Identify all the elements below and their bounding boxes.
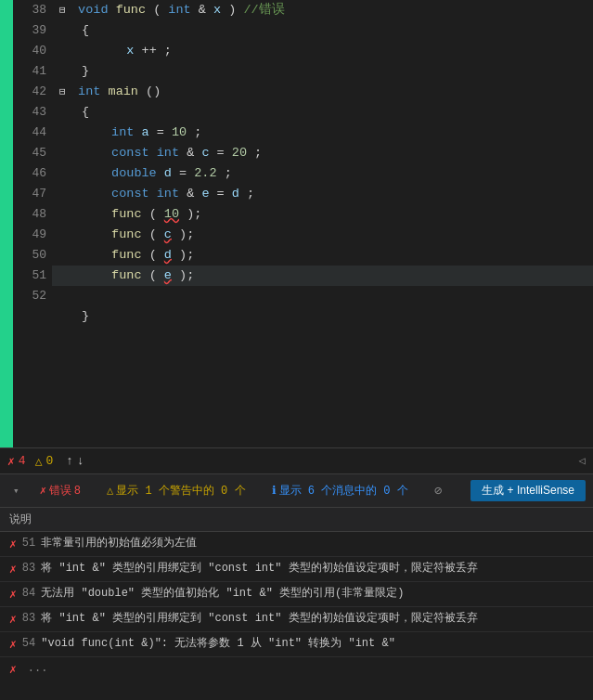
error-tab-label: 错误 xyxy=(49,483,71,499)
code-line-46: double d = 2.2 ; xyxy=(52,163,593,184)
error-item-1[interactable]: ✗ 51 非常量引用的初始值必须为左值 xyxy=(0,532,593,557)
code-line-39: { xyxy=(52,20,593,41)
panel-dropdown[interactable]: ▾ xyxy=(7,481,25,500)
error-item-3[interactable]: ✗ 84 无法用 "double" 类型的值初始化 "int &" 类型的引用(… xyxy=(0,582,593,607)
warn-tab-icon: △ xyxy=(107,484,113,498)
build-button[interactable]: 生成 + IntelliSense xyxy=(471,480,586,501)
bottom-panel: ▾ ✗ 错误 8 △ 显示 1 个警告中的 0 个 ℹ 显示 6 个消息中的 0… xyxy=(0,473,593,674)
error-item-2[interactable]: ✗ 83 将 "int &" 类型的引用绑定到 "const int" 类型的初… xyxy=(0,557,593,582)
code-line-40: x ++ ; xyxy=(52,41,593,61)
warn-number: 0 xyxy=(45,454,53,468)
filter-button[interactable]: ⊘ xyxy=(423,479,453,502)
code-line-47: const int & e = d ; xyxy=(52,184,593,204)
error-icon-4: ✗ xyxy=(9,612,17,629)
line-numbers: 38 39 40 41 42 43 44 45 46 47 48 49 50 5… xyxy=(13,0,52,447)
code-line-52 xyxy=(52,286,593,306)
code-line-48: func ( 10 ); xyxy=(52,204,593,225)
section-label: 说明 xyxy=(0,508,593,532)
code-line-41: } xyxy=(52,61,593,82)
collapse-38[interactable]: ⊟ xyxy=(59,0,71,20)
errors-tab[interactable]: ✗ 错误 8 xyxy=(29,479,92,502)
error-icon-3: ✗ xyxy=(9,587,17,603)
code-line-43: { xyxy=(52,102,593,123)
code-line-42: ⊟ int main () xyxy=(52,82,593,102)
down-arrow[interactable]: ↓ xyxy=(77,454,84,468)
error-icon-2: ✗ xyxy=(9,562,17,578)
error-item-4[interactable]: ✗ 83 将 "int &" 类型的引用绑定到 "const int" 类型的初… xyxy=(0,607,593,632)
error-item-5[interactable]: ✗ 54 "void func(int &)": 无法将参数 1 从 "int"… xyxy=(0,632,593,657)
warning-count[interactable]: △ 0 xyxy=(35,454,54,469)
filter-icon: ⊘ xyxy=(434,483,442,499)
code-line-close: } xyxy=(52,306,593,327)
error-icon-5: ✗ xyxy=(9,637,17,654)
warn-icon: △ xyxy=(35,454,43,469)
collapse-42[interactable]: ⊟ xyxy=(59,82,71,102)
code-lines[interactable]: ⊟ void func ( int & x ) //错误 { x xyxy=(52,0,593,447)
info-tab-label: 显示 6 个消息中的 0 个 xyxy=(279,483,408,499)
error-count[interactable]: ✗ 4 xyxy=(7,454,26,469)
status-bar: ✗ 4 △ 0 ↑ ↓ ◁ xyxy=(0,447,593,473)
error-icon: ✗ xyxy=(7,454,15,469)
error-item-6[interactable]: ✗ ... xyxy=(0,657,593,674)
error-list: ✗ 51 非常量引用的初始值必须为左值 ✗ 83 将 "int &" 类型的引用… xyxy=(0,532,593,674)
navigation-arrows[interactable]: ↑ ↓ xyxy=(66,454,84,468)
up-arrow[interactable]: ↑ xyxy=(66,454,73,468)
error-icon-6: ✗ xyxy=(9,662,17,674)
error-number: 4 xyxy=(19,454,26,468)
code-line-45: const int & c = 20 ; xyxy=(52,143,593,163)
code-container: 38 39 40 41 42 43 44 45 46 47 48 49 50 5… xyxy=(0,0,593,447)
code-line-44: int a = 10 ; xyxy=(52,123,593,143)
warnings-tab[interactable]: △ 显示 1 个警告中的 0 个 xyxy=(96,479,256,502)
info-tab-icon: ℹ xyxy=(272,484,277,498)
scroll-indicator: ◁ xyxy=(579,454,586,468)
warn-tab-label: 显示 1 个警告中的 0 个 xyxy=(116,483,245,499)
error-tab-count: 8 xyxy=(74,485,81,498)
error-tab-icon: ✗ xyxy=(40,484,46,498)
active-gutter xyxy=(0,0,13,447)
code-line-50: func ( d ); xyxy=(52,245,593,266)
code-line-51: func ( e ); xyxy=(52,266,593,286)
code-line-49: func ( c ); xyxy=(52,225,593,245)
code-line-38: ⊟ void func ( int & x ) //错误 xyxy=(52,0,593,20)
error-icon-1: ✗ xyxy=(9,537,17,553)
panel-tabs: ▾ ✗ 错误 8 △ 显示 1 个警告中的 0 个 ℹ 显示 6 个消息中的 0… xyxy=(0,474,593,508)
editor-area: 38 39 40 41 42 43 44 45 46 47 48 49 50 5… xyxy=(0,0,593,473)
info-tab[interactable]: ℹ 显示 6 个消息中的 0 个 xyxy=(261,479,419,502)
